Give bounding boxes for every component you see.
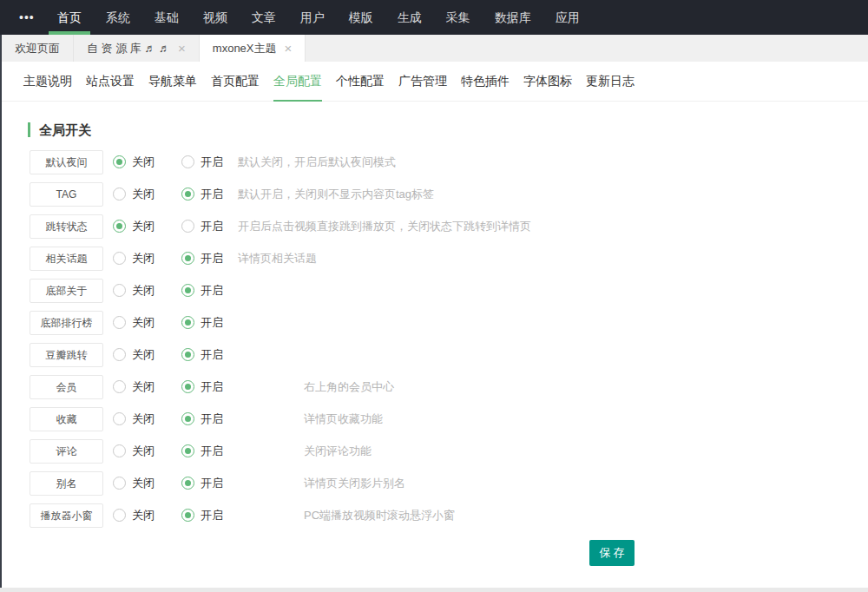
page-tab-label: 欢迎页面 xyxy=(15,35,60,62)
setting-description: 关闭评论功能 xyxy=(304,444,372,459)
setting-label-button[interactable]: 跳转状态 xyxy=(30,214,103,239)
subnav-tab[interactable]: 首页配置 xyxy=(211,74,260,101)
page-tab[interactable]: mxoneX主题 × xyxy=(200,35,306,62)
radio-off[interactable]: 关闭 xyxy=(113,219,163,234)
radio-circle-icon xyxy=(113,380,126,393)
save-button[interactable]: 保存 xyxy=(589,540,635,566)
radio-off[interactable]: 关闭 xyxy=(113,379,163,395)
radio-on[interactable]: 开启 xyxy=(181,444,223,459)
setting-label-button[interactable]: 底部排行榜 xyxy=(30,311,103,335)
radio-on[interactable]: 开启 xyxy=(181,187,223,202)
radio-on[interactable]: 开启 xyxy=(181,315,223,331)
radio-on[interactable]: 开启 xyxy=(181,155,223,170)
radio-off[interactable]: 关闭 xyxy=(113,155,163,170)
radio-circle-icon xyxy=(113,284,126,297)
radio-on[interactable]: 开启 xyxy=(181,508,223,523)
close-icon[interactable]: × xyxy=(285,42,293,55)
subnav-tab[interactable]: 字体图标 xyxy=(523,74,572,101)
setting-label-button[interactable]: 播放器小窗 xyxy=(30,503,103,528)
radio-on[interactable]: 开启 xyxy=(181,476,223,491)
subnav-tab[interactable]: 导航菜单 xyxy=(148,74,197,101)
close-icon[interactable]: × xyxy=(178,42,186,55)
radio-on[interactable]: 开启 xyxy=(181,219,223,234)
setting-label-button[interactable]: 评论 xyxy=(30,439,103,464)
radio-circle-icon xyxy=(113,444,126,457)
subnav-tab[interactable]: 特色插件 xyxy=(461,74,510,101)
setting-label-button[interactable]: 相关话题 xyxy=(30,247,103,271)
subnav-tab[interactable]: 站点设置 xyxy=(86,74,135,101)
radio-circle-icon xyxy=(181,220,194,233)
top-nav-item[interactable]: 应用 xyxy=(547,0,589,35)
radio-circle-icon xyxy=(113,477,126,490)
radio-on[interactable]: 开启 xyxy=(181,283,223,299)
setting-row: 评论 关闭 开启 关闭评论功能 xyxy=(2,435,868,467)
setting-row: 别名 关闭 开启 详情页关闭影片别名 xyxy=(2,467,868,499)
top-nav-item[interactable]: 用户 xyxy=(292,0,333,35)
radio-off-label: 关闭 xyxy=(132,187,155,202)
radio-off[interactable]: 关闭 xyxy=(113,411,163,427)
setting-description: 详情页收藏功能 xyxy=(304,411,383,427)
subnav-tab[interactable]: 个性配置 xyxy=(336,74,385,101)
top-nav-item[interactable]: 生成 xyxy=(389,0,431,35)
setting-description: 默认关闭，开启后默认夜间模式 xyxy=(238,155,396,170)
radio-off[interactable]: 关闭 xyxy=(113,476,163,491)
radio-off[interactable]: 关闭 xyxy=(113,315,163,331)
settings-rows: 默认夜间 关闭 开启 默认关闭，开启后默认夜间模式 TAG 关闭 xyxy=(2,146,868,531)
radio-on[interactable]: 开启 xyxy=(181,379,223,395)
radio-on[interactable]: 开启 xyxy=(181,411,223,427)
page-tab-label: 自 资 源 库 ♬ ♬ xyxy=(87,35,170,62)
radio-on-label: 开启 xyxy=(201,315,223,331)
theme-subnav: 主题说明站点设置导航菜单首页配置全局配置个性配置广告管理特色插件字体图标更新日志 xyxy=(2,74,868,102)
top-nav-item[interactable]: 视频 xyxy=(194,0,236,35)
top-nav-items: 首页系统基础视频文章用户模版生成采集数据库应用 xyxy=(49,0,595,35)
top-nav-item[interactable]: 基础 xyxy=(146,0,187,35)
top-nav-item[interactable]: 文章 xyxy=(243,0,285,35)
radio-off[interactable]: 关闭 xyxy=(113,347,163,363)
horizontal-scrollbar[interactable] xyxy=(0,588,868,592)
radio-circle-icon xyxy=(181,284,194,297)
setting-row: 默认夜间 关闭 开启 默认关闭，开启后默认夜间模式 xyxy=(2,146,868,178)
setting-label-button[interactable]: 别名 xyxy=(30,471,103,496)
page-tab[interactable]: 自 资 源 库 ♬ ♬ × xyxy=(74,35,200,62)
subnav-tab[interactable]: 全局配置 xyxy=(273,74,322,102)
page-tab[interactable]: 欢迎页面 × xyxy=(2,35,74,62)
section-title: 全局开关 xyxy=(28,122,868,137)
radio-off[interactable]: 关闭 xyxy=(113,444,163,459)
top-nav-item[interactable]: 模版 xyxy=(340,0,382,35)
subnav-tab[interactable]: 主题说明 xyxy=(23,74,72,101)
radio-off[interactable]: 关闭 xyxy=(113,251,163,266)
radio-off-label: 关闭 xyxy=(132,251,155,266)
radio-on[interactable]: 开启 xyxy=(181,251,223,266)
radio-on[interactable]: 开启 xyxy=(181,347,223,363)
radio-off-label: 关闭 xyxy=(132,219,155,234)
top-nav-item[interactable]: 系统 xyxy=(97,0,139,35)
setting-row: 会员 关闭 开启 右上角的会员中心 xyxy=(2,371,868,403)
radio-off[interactable]: 关闭 xyxy=(113,283,163,299)
radio-circle-icon xyxy=(113,220,126,233)
radio-circle-icon xyxy=(181,316,194,329)
top-nav-item[interactable]: 数据库 xyxy=(486,0,540,35)
radio-circle-icon xyxy=(113,252,126,265)
top-nav-item[interactable]: 首页 xyxy=(49,0,90,35)
setting-row: 相关话题 关闭 开启 详情页相关话题 xyxy=(2,242,868,274)
setting-label-button[interactable]: 收藏 xyxy=(30,407,103,431)
radio-off[interactable]: 关闭 xyxy=(113,187,163,202)
save-area: 保存 xyxy=(2,531,868,566)
radio-circle-icon xyxy=(181,252,194,265)
radio-circle-icon xyxy=(181,412,194,425)
setting-label-button[interactable]: 豆瓣跳转 xyxy=(30,343,103,367)
subnav-tab[interactable]: 更新日志 xyxy=(586,74,635,101)
more-menu-icon[interactable]: ••• xyxy=(19,0,35,35)
radio-off-label: 关闭 xyxy=(132,347,155,363)
radio-off-label: 关闭 xyxy=(132,508,155,523)
radio-on-label: 开启 xyxy=(201,251,223,266)
setting-label-button[interactable]: 默认夜间 xyxy=(30,150,103,174)
subnav-tab[interactable]: 广告管理 xyxy=(398,74,447,101)
radio-off-label: 关闭 xyxy=(132,283,155,299)
setting-label-button[interactable]: 底部关于 xyxy=(30,279,103,303)
setting-label-button[interactable]: 会员 xyxy=(30,375,103,399)
radio-off[interactable]: 关闭 xyxy=(113,508,163,523)
setting-label-button[interactable]: TAG xyxy=(30,182,103,207)
top-nav-item[interactable]: 采集 xyxy=(437,0,479,35)
radio-circle-icon xyxy=(181,155,194,168)
